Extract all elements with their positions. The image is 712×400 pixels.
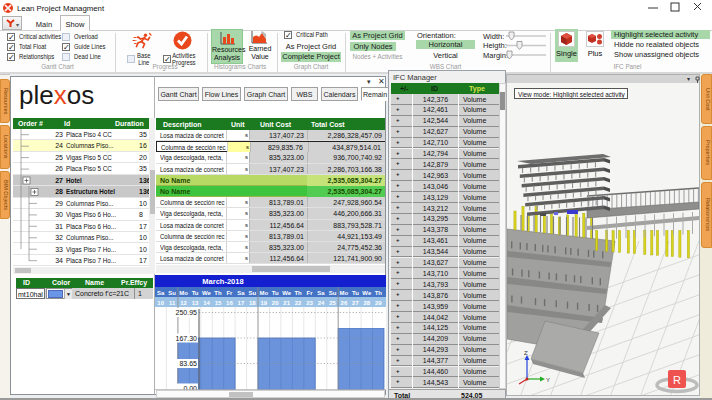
svg-text:25: 25 [329, 300, 336, 306]
svg-text:15: 15 [215, 300, 222, 306]
svg-text:Th: Th [214, 290, 222, 296]
svg-text:Z: Z [524, 350, 528, 356]
svg-text:14: 14 [203, 300, 210, 306]
svg-text:Sa: Sa [317, 290, 325, 296]
svg-text:Sa: Sa [157, 290, 165, 296]
svg-text:Y: Y [546, 377, 550, 383]
svg-text:10: 10 [157, 300, 164, 306]
svg-text:We: We [362, 290, 372, 296]
svg-text:11: 11 [169, 300, 176, 306]
svg-text:17: 17 [238, 300, 245, 306]
svg-text:Su: Su [329, 290, 337, 296]
svg-text:Fr: Fr [226, 290, 233, 296]
svg-text:12: 12 [180, 300, 187, 306]
svg-text:28: 28 [363, 300, 370, 306]
svg-text:Th: Th [375, 290, 383, 296]
svg-text:Su: Su [248, 290, 256, 296]
svg-text:March-2018: March-2018 [202, 277, 243, 286]
svg-text:13: 13 [192, 300, 199, 306]
svg-text:Tu: Tu [272, 290, 279, 296]
svg-text:22: 22 [295, 300, 302, 306]
svg-text:83.65: 83.65 [179, 360, 197, 367]
svg-text:Tu: Tu [352, 290, 359, 296]
svg-text:26: 26 [341, 300, 348, 306]
svg-text:Mo: Mo [179, 290, 188, 296]
svg-text:19: 19 [260, 300, 267, 306]
svg-text:27: 27 [352, 300, 359, 306]
svg-text:29: 29 [375, 300, 382, 306]
svg-text:23: 23 [306, 300, 313, 306]
svg-text:18: 18 [249, 300, 256, 306]
svg-text:Th: Th [294, 290, 302, 296]
svg-text:21: 21 [283, 300, 290, 306]
svg-text:20: 20 [272, 300, 279, 306]
svg-text:Sa: Sa [237, 290, 245, 296]
svg-text:We: We [282, 290, 292, 296]
svg-text:24: 24 [318, 300, 325, 306]
svg-text:Mo: Mo [340, 290, 349, 296]
svg-text:Su: Su [168, 290, 176, 296]
svg-text:Mo: Mo [259, 290, 268, 296]
svg-text:R: R [673, 374, 681, 386]
svg-text:Fr: Fr [307, 290, 314, 296]
svg-text:We: We [202, 290, 212, 296]
svg-text:250.95: 250.95 [176, 309, 198, 316]
svg-text:167.30: 167.30 [176, 335, 198, 342]
svg-text:Tu: Tu [192, 290, 199, 296]
svg-text:16: 16 [226, 300, 233, 306]
